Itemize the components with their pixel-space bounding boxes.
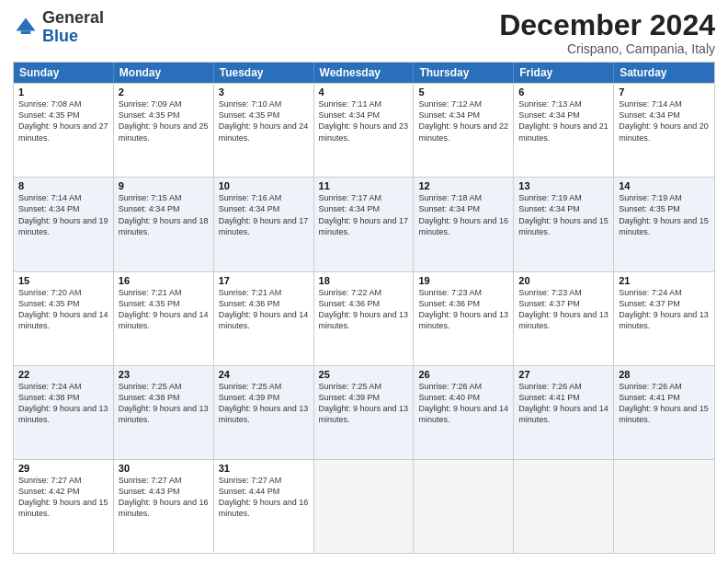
daylight-text: Daylight: 9 hours and 13 minutes. [18, 403, 108, 425]
logo: General Blue [13, 9, 104, 46]
logo-icon [13, 15, 39, 40]
sunrise-text: Sunrise: 7:17 AM [319, 192, 409, 203]
cal-cell-day-27: 27Sunrise: 7:26 AMSunset: 4:41 PMDayligh… [514, 366, 614, 459]
cal-cell-day-13: 13Sunrise: 7:19 AMSunset: 4:34 PMDayligh… [514, 178, 614, 270]
daylight-text: Daylight: 9 hours and 24 minutes. [219, 121, 309, 143]
daylight-text: Daylight: 9 hours and 25 minutes. [119, 121, 209, 143]
day-number: 15 [18, 275, 108, 286]
sunrise-text: Sunrise: 7:20 AM [18, 287, 108, 298]
day-number: 23 [119, 369, 209, 380]
cal-cell-day-9: 9Sunrise: 7:15 AMSunset: 4:34 PMDaylight… [114, 178, 214, 270]
cal-cell-day-3: 3Sunrise: 7:10 AMSunset: 4:35 PMDaylight… [214, 84, 314, 177]
day-number: 2 [119, 86, 209, 98]
day-number: 20 [518, 275, 609, 286]
daylight-text: Daylight: 9 hours and 13 minutes. [119, 403, 209, 425]
sunset-text: Sunset: 4:35 PM [119, 109, 209, 121]
sunset-text: Sunset: 4:34 PM [319, 203, 409, 214]
cal-cell-day-23: 23Sunrise: 7:25 AMSunset: 4:38 PMDayligh… [114, 366, 214, 459]
cal-cell-day-18: 18Sunrise: 7:22 AMSunset: 4:36 PMDayligh… [314, 272, 415, 365]
cal-cell-day-22: 22Sunrise: 7:24 AMSunset: 4:38 PMDayligh… [14, 366, 114, 459]
calendar-week-0: 1Sunrise: 7:08 AMSunset: 4:35 PMDaylight… [14, 83, 714, 177]
cal-cell-day-15: 15Sunrise: 7:20 AMSunset: 4:35 PMDayligh… [14, 272, 114, 365]
sunrise-text: Sunrise: 7:19 AM [619, 192, 710, 203]
sunrise-text: Sunrise: 7:26 AM [619, 381, 710, 392]
header: General Blue December 2024 Crispano, Cam… [13, 9, 715, 56]
cal-cell-day-24: 24Sunrise: 7:25 AMSunset: 4:39 PMDayligh… [214, 366, 314, 459]
cal-cell-day-25: 25Sunrise: 7:25 AMSunset: 4:39 PMDayligh… [314, 366, 415, 459]
sunset-text: Sunset: 4:34 PM [219, 203, 309, 214]
daylight-text: Daylight: 9 hours and 17 minutes. [219, 215, 309, 237]
sunset-text: Sunset: 4:44 PM [219, 486, 309, 497]
day-number: 17 [219, 275, 309, 286]
day-number: 30 [119, 463, 209, 474]
day-number: 24 [219, 369, 309, 380]
cal-cell-day-4: 4Sunrise: 7:11 AMSunset: 4:34 PMDaylight… [314, 84, 415, 177]
cal-cell-day-20: 20Sunrise: 7:23 AMSunset: 4:37 PMDayligh… [514, 272, 614, 365]
sunset-text: Sunset: 4:34 PM [119, 203, 209, 214]
sunset-text: Sunset: 4:43 PM [119, 486, 209, 497]
cal-cell-day-10: 10Sunrise: 7:16 AMSunset: 4:34 PMDayligh… [214, 178, 314, 270]
day-number: 14 [619, 180, 710, 191]
sunrise-text: Sunrise: 7:25 AM [119, 381, 209, 392]
cal-cell-empty [314, 460, 415, 553]
daylight-text: Daylight: 9 hours and 17 minutes. [319, 215, 409, 237]
sunrise-text: Sunrise: 7:15 AM [119, 192, 209, 203]
cal-cell-day-29: 29Sunrise: 7:27 AMSunset: 4:42 PMDayligh… [14, 460, 114, 553]
daylight-text: Daylight: 9 hours and 15 minutes. [619, 403, 710, 425]
sunset-text: Sunset: 4:35 PM [119, 298, 209, 309]
daylight-text: Daylight: 9 hours and 13 minutes. [319, 403, 409, 425]
cal-header-thursday: Thursday [414, 63, 514, 83]
cal-cell-day-11: 11Sunrise: 7:17 AMSunset: 4:34 PMDayligh… [314, 178, 415, 270]
day-number: 12 [418, 180, 508, 191]
daylight-text: Daylight: 9 hours and 15 minutes. [518, 215, 609, 237]
sunrise-text: Sunrise: 7:14 AM [619, 98, 710, 109]
daylight-text: Daylight: 9 hours and 14 minutes. [119, 309, 209, 331]
daylight-text: Daylight: 9 hours and 18 minutes. [119, 215, 209, 237]
svg-rect-1 [21, 30, 31, 34]
cal-cell-empty [514, 460, 614, 553]
logo-general: General [42, 8, 104, 27]
sunset-text: Sunset: 4:35 PM [18, 109, 108, 121]
logo-text: General Blue [42, 9, 104, 46]
cal-header-sunday: Sunday [14, 63, 114, 83]
day-number: 18 [319, 275, 409, 286]
cal-cell-day-16: 16Sunrise: 7:21 AMSunset: 4:35 PMDayligh… [114, 272, 214, 365]
daylight-text: Daylight: 9 hours and 20 minutes. [619, 121, 710, 143]
day-number: 13 [518, 180, 609, 191]
sunrise-text: Sunrise: 7:25 AM [219, 381, 309, 392]
day-number: 27 [518, 369, 609, 380]
daylight-text: Daylight: 9 hours and 16 minutes. [219, 497, 309, 519]
cal-cell-day-28: 28Sunrise: 7:26 AMSunset: 4:41 PMDayligh… [614, 366, 714, 459]
cal-cell-day-31: 31Sunrise: 7:27 AMSunset: 4:44 PMDayligh… [214, 460, 314, 553]
sunrise-text: Sunrise: 7:25 AM [319, 381, 409, 392]
sunset-text: Sunset: 4:36 PM [418, 298, 508, 309]
day-number: 31 [219, 463, 309, 474]
sunset-text: Sunset: 4:34 PM [18, 203, 108, 214]
sunset-text: Sunset: 4:34 PM [518, 109, 609, 121]
sunset-text: Sunset: 4:34 PM [418, 109, 508, 121]
day-number: 5 [418, 86, 508, 98]
cal-header-saturday: Saturday [614, 63, 714, 83]
sunrise-text: Sunrise: 7:24 AM [619, 287, 710, 298]
sunrise-text: Sunrise: 7:21 AM [219, 287, 309, 298]
sunset-text: Sunset: 4:41 PM [518, 392, 609, 403]
sunset-text: Sunset: 4:34 PM [319, 109, 409, 121]
sunrise-text: Sunrise: 7:14 AM [18, 192, 108, 203]
title-block: December 2024 Crispano, Campania, Italy [499, 9, 715, 56]
location-subtitle: Crispano, Campania, Italy [499, 41, 715, 56]
sunset-text: Sunset: 4:42 PM [18, 486, 108, 497]
sunset-text: Sunset: 4:34 PM [418, 203, 508, 214]
sunrise-text: Sunrise: 7:10 AM [219, 98, 309, 109]
day-number: 25 [319, 369, 409, 380]
daylight-text: Daylight: 9 hours and 13 minutes. [619, 309, 710, 331]
sunrise-text: Sunrise: 7:23 AM [518, 287, 609, 298]
sunrise-text: Sunrise: 7:24 AM [18, 381, 108, 392]
day-number: 10 [219, 180, 309, 191]
month-title: December 2024 [499, 9, 715, 41]
cal-cell-day-30: 30Sunrise: 7:27 AMSunset: 4:43 PMDayligh… [114, 460, 214, 553]
cal-cell-day-6: 6Sunrise: 7:13 AMSunset: 4:34 PMDaylight… [514, 84, 614, 177]
sunset-text: Sunset: 4:38 PM [18, 392, 108, 403]
calendar-header-row: SundayMondayTuesdayWednesdayThursdayFrid… [14, 63, 714, 83]
sunrise-text: Sunrise: 7:13 AM [518, 98, 609, 109]
cal-cell-day-14: 14Sunrise: 7:19 AMSunset: 4:35 PMDayligh… [614, 178, 714, 270]
